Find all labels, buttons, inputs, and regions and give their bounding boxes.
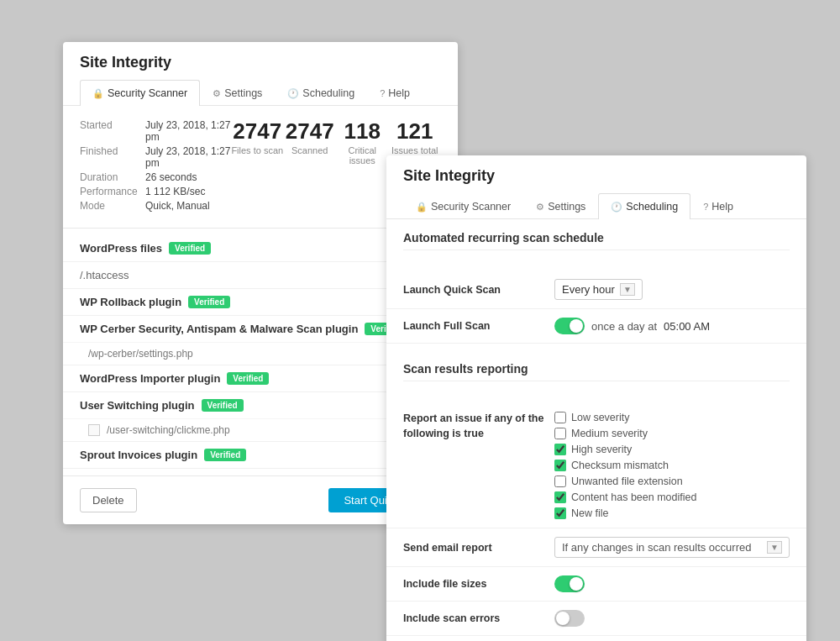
tab-security-scanner[interactable]: 🔒 Security Scanner xyxy=(80,80,200,106)
toggle-thumb xyxy=(570,319,583,333)
include-scan-errors-control xyxy=(554,610,790,627)
include-file-sizes-control xyxy=(554,575,790,592)
chevron-down-icon: ▼ xyxy=(767,541,782,554)
stat-mode: Mode Quick, Manual xyxy=(80,200,231,212)
verified-badge: Verified xyxy=(188,296,230,308)
checkbox-unwanted-file[interactable]: Unwanted file extension xyxy=(554,475,696,487)
include-file-sizes-label: Include file sizes xyxy=(403,578,554,590)
shield-icon: 🔒 xyxy=(416,202,428,213)
checkbox-medium-severity[interactable]: Medium severity xyxy=(554,428,696,439)
tab-help[interactable]: ? Help xyxy=(367,80,423,106)
checkbox-checksum-mismatch[interactable]: Checksum mismatch xyxy=(554,460,696,471)
stat-scanned: 2747 Scanned xyxy=(284,119,337,214)
tab-settings[interactable]: ⚙ Settings xyxy=(200,80,275,106)
delete-button[interactable]: Delete xyxy=(80,488,137,512)
scheduling-tab-help[interactable]: ? Help xyxy=(690,193,746,219)
launch-quick-scan-control: Every hour ▼ xyxy=(554,279,790,300)
include-scan-errors-row: Include scan errors xyxy=(386,602,806,636)
full-scan-time: 05:00 AM xyxy=(664,320,710,333)
send-email-row: Send email report If any changes in scan… xyxy=(386,528,806,567)
tab-scheduling[interactable]: 🕐 Scheduling xyxy=(275,80,367,106)
quick-scan-dropdown[interactable]: Every hour ▼ xyxy=(554,279,643,300)
help-icon: ? xyxy=(380,88,385,98)
verified-badge: Verified xyxy=(227,372,269,385)
scan-reporting-heading: Scan results reporting xyxy=(403,362,790,381)
panel-header: Site Integrity 🔒 Security Scanner ⚙ Sett… xyxy=(63,42,458,106)
scheduling-panel-header: Site Integrity 🔒 Security Scanner ⚙ Sett… xyxy=(386,155,806,219)
launch-quick-scan-row: Launch Quick Scan Every hour ▼ xyxy=(386,271,806,309)
checkbox-low-severity[interactable]: Low severity xyxy=(554,412,696,423)
toggle-thumb xyxy=(570,577,583,591)
report-issue-label: Report an issue if any of the following … xyxy=(403,412,554,441)
scheduling-tab-scheduling[interactable]: 🕐 Scheduling xyxy=(598,193,690,219)
panel-title: Site Integrity xyxy=(80,54,441,71)
gear-icon: ⚙ xyxy=(536,202,544,213)
scan-schedule-heading: Automated recurring scan schedule xyxy=(403,231,790,250)
toggle-thumb xyxy=(556,612,570,625)
launch-quick-scan-label: Launch Quick Scan xyxy=(403,284,554,296)
toggle-track xyxy=(554,575,585,592)
stat-files-to-scan: 2747 Files to scan xyxy=(231,119,284,214)
include-scan-errors-label: Include scan errors xyxy=(403,612,554,624)
gear-icon: ⚙ xyxy=(213,88,221,99)
email-address-row: Email Address xyxy=(386,636,806,641)
clock-icon: 🕐 xyxy=(287,88,299,99)
scheduling-panel: Site Integrity 🔒 Security Scanner ⚙ Sett… xyxy=(386,155,806,641)
file-checkbox[interactable] xyxy=(88,424,100,436)
stat-critical-issues: 118 Critical issues xyxy=(336,119,389,214)
stats-left: Started July 23, 2018, 1:27 pm Finished … xyxy=(80,119,231,214)
toggle-track xyxy=(554,610,585,627)
launch-full-scan-control: once a day at 05:00 AM xyxy=(554,318,790,334)
send-email-control: If any changes in scan results occurred … xyxy=(554,537,790,558)
checkbox-content-modified[interactable]: Content has been modified xyxy=(554,491,696,503)
stat-finished: Finished July 23, 2018, 1:27 pm xyxy=(80,145,231,169)
checkbox-high-severity[interactable]: High severity xyxy=(554,444,696,455)
clock-icon: 🕐 xyxy=(611,202,622,213)
scanner-tabs: 🔒 Security Scanner ⚙ Settings 🕐 Scheduli… xyxy=(80,80,441,106)
verified-badge: Verified xyxy=(202,399,244,412)
chevron-down-icon: ▼ xyxy=(620,283,635,296)
include-sizes-toggle[interactable] xyxy=(554,575,585,592)
scheduling-tab-security-scanner[interactable]: 🔒 Security Scanner xyxy=(403,193,523,219)
full-scan-toggle[interactable] xyxy=(554,318,585,334)
stat-performance: Performance 1 112 KB/sec xyxy=(80,186,231,197)
report-issue-checkboxes: Low severity Medium severity High severi… xyxy=(554,412,790,519)
send-email-label: Send email report xyxy=(403,542,554,554)
verified-badge: Verified xyxy=(169,242,211,255)
help-icon: ? xyxy=(703,202,708,212)
shield-icon: 🔒 xyxy=(92,88,104,99)
stat-duration: Duration 26 seconds xyxy=(80,171,231,183)
stat-started: Started July 23, 2018, 1:27 pm xyxy=(80,119,231,143)
scan-schedule-section: Automated recurring scan schedule xyxy=(386,219,806,271)
scheduling-panel-title: Site Integrity xyxy=(403,167,790,185)
launch-full-scan-label: Launch Full Scan xyxy=(403,320,554,332)
toggle-track xyxy=(554,318,585,334)
full-scan-text: once a day at xyxy=(591,320,657,333)
scheduling-tabs: 🔒 Security Scanner ⚙ Settings 🕐 Scheduli… xyxy=(403,193,790,219)
scheduling-tab-settings[interactable]: ⚙ Settings xyxy=(523,193,598,219)
launch-full-scan-row: Launch Full Scan once a day at 05:00 AM xyxy=(386,309,806,344)
severity-checkboxes: Low severity Medium severity High severi… xyxy=(554,412,696,519)
checkbox-new-file[interactable]: New file xyxy=(554,507,696,519)
verified-badge: Verified xyxy=(204,449,246,461)
include-file-sizes-row: Include file sizes xyxy=(386,567,806,602)
scan-reporting-section: Scan results reporting xyxy=(386,350,806,402)
report-issue-row: Report an issue if any of the following … xyxy=(386,402,806,528)
email-report-dropdown[interactable]: If any changes in scan results occurred … xyxy=(554,537,790,558)
include-errors-toggle[interactable] xyxy=(554,610,585,627)
